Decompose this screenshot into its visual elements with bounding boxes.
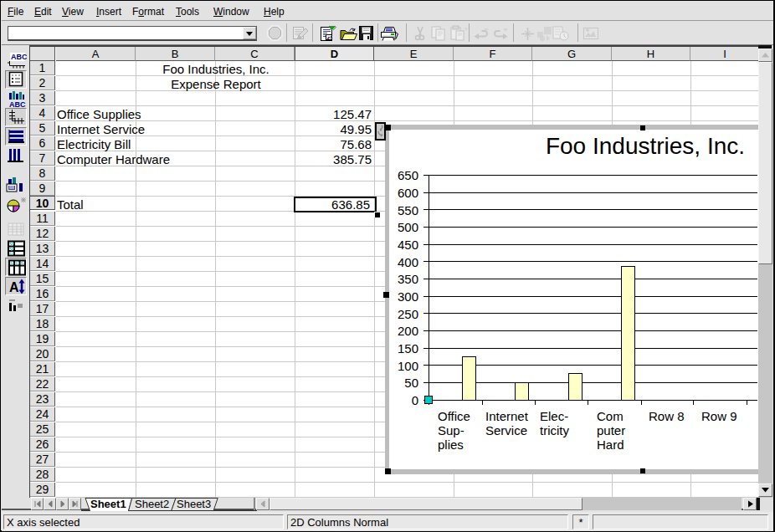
svg-text:ABC: ABC (9, 100, 26, 108)
svg-text:ABC: ABC (11, 53, 27, 61)
svg-text:A: A (9, 280, 19, 294)
